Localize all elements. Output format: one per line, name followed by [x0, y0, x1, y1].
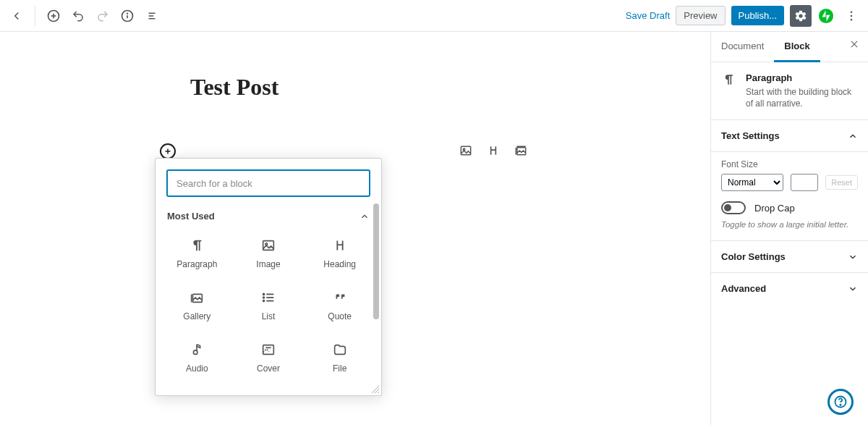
inserter-section-most-used[interactable]: Most Used	[156, 205, 381, 224]
block-info-title: Paragraph	[746, 72, 858, 83]
sidebar-tabs: Document Block	[711, 32, 868, 62]
close-sidebar-button[interactable]	[841, 32, 868, 62]
tab-document[interactable]: Document	[711, 32, 774, 62]
file-icon	[332, 342, 348, 358]
jetpack-icon[interactable]	[817, 7, 835, 25]
font-size-label: Font Size	[721, 159, 858, 169]
block-label: Audio	[186, 363, 208, 374]
quick-gallery-icon[interactable]	[514, 143, 528, 158]
toolbar-right: Save Draft Preview Publish...	[626, 5, 862, 27]
block-label: Image	[256, 259, 280, 269]
panel-title: Text Settings	[721, 130, 780, 141]
add-block-button[interactable]	[43, 5, 64, 27]
block-heading[interactable]: Heading	[304, 227, 375, 279]
svg-point-21	[263, 294, 265, 295]
list-icon	[260, 290, 276, 306]
svg-point-9	[819, 8, 833, 22]
pilcrow-icon	[189, 237, 205, 253]
gallery-icon	[189, 290, 205, 306]
divider	[35, 6, 35, 26]
font-size-number-input[interactable]	[791, 174, 818, 191]
svg-point-23	[263, 300, 265, 302]
settings-toggle-button[interactable]	[790, 5, 812, 27]
editor-canvas: Test Post Most Used Paragraph Image	[0, 32, 710, 425]
heading-icon	[332, 237, 348, 253]
block-gallery[interactable]: Gallery	[161, 279, 233, 332]
inserter-toggle[interactable]	[160, 143, 176, 159]
panel-color-settings[interactable]: Color Settings	[711, 241, 868, 273]
font-size-select[interactable]: Normal	[721, 174, 783, 191]
block-label: List	[262, 311, 276, 321]
block-audio[interactable]: Audio	[161, 332, 233, 384]
block-inserter-popover: Most Used Paragraph Image Heading Galler…	[155, 158, 382, 396]
svg-point-5	[127, 13, 128, 14]
image-icon	[260, 237, 276, 253]
panel-title: Color Settings	[721, 251, 786, 262]
block-image[interactable]: Image	[233, 227, 305, 279]
help-fab[interactable]	[827, 389, 854, 415]
top-toolbar: Save Draft Preview Publish...	[0, 0, 868, 32]
back-button[interactable]	[6, 5, 27, 27]
block-label: Heading	[323, 259, 356, 269]
publish-button[interactable]: Publish...	[731, 6, 784, 25]
block-label: Quote	[328, 311, 352, 321]
post-title[interactable]: Test Post	[190, 74, 278, 101]
cover-icon	[260, 342, 276, 358]
block-info-desc: Start with the building block of all nar…	[746, 86, 858, 109]
svg-point-33	[840, 405, 841, 405]
panel-title: Advanced	[721, 283, 766, 294]
block-list[interactable]: List	[233, 279, 305, 332]
block-cover[interactable]: Cover	[233, 332, 305, 384]
tab-block[interactable]: Block	[774, 32, 820, 62]
pilcrow-icon	[721, 72, 737, 109]
block-label: Paragraph	[176, 259, 217, 269]
section-title: Most Used	[167, 211, 215, 222]
redo-button[interactable]	[92, 5, 114, 27]
drop-cap-label: Drop Cap	[754, 203, 795, 214]
audio-icon	[189, 342, 205, 358]
drop-cap-helper: Toggle to show a large initial letter.	[721, 220, 858, 229]
block-file[interactable]: File	[304, 332, 375, 384]
more-menu-button[interactable]	[841, 5, 862, 27]
panel-advanced[interactable]: Advanced	[711, 273, 868, 304]
panel-text-settings[interactable]: Text Settings	[711, 120, 868, 152]
panel-text-settings-body: Font Size Normal Reset Drop Cap Toggle t…	[711, 152, 868, 241]
quick-image-icon[interactable]	[459, 143, 473, 158]
block-quick-inserter	[459, 143, 528, 158]
save-draft-link[interactable]: Save Draft	[626, 10, 670, 21]
svg-point-12	[851, 18, 853, 20]
chevron-up-icon	[359, 211, 370, 222]
svg-point-22	[263, 297, 265, 298]
block-label: Cover	[257, 363, 280, 374]
resize-handle-icon[interactable]	[372, 386, 379, 393]
chevron-up-icon	[848, 131, 858, 141]
preview-button[interactable]: Preview	[676, 6, 725, 25]
inserter-grid: Paragraph Image Heading Gallery List Quo…	[156, 224, 381, 395]
quick-heading-icon[interactable]	[486, 143, 501, 158]
svg-point-10	[851, 11, 853, 13]
svg-point-27	[194, 350, 198, 355]
block-label: File	[333, 363, 346, 374]
inserter-scrollbar[interactable]	[373, 203, 380, 391]
block-search-input[interactable]	[167, 170, 370, 196]
settings-sidebar: Document Block Paragraph Start with the …	[710, 32, 868, 425]
svg-rect-28	[263, 345, 274, 355]
font-size-reset-button[interactable]: Reset	[825, 175, 858, 190]
block-quote[interactable]: Quote	[304, 279, 375, 332]
chevron-down-icon	[848, 252, 858, 262]
block-paragraph[interactable]: Paragraph	[161, 227, 233, 279]
toolbar-left	[6, 5, 163, 27]
svg-rect-15	[461, 146, 470, 155]
quote-icon	[332, 290, 348, 306]
info-button[interactable]	[116, 5, 138, 27]
block-label: Gallery	[183, 311, 210, 321]
drop-cap-toggle[interactable]	[721, 201, 746, 214]
block-info-panel: Paragraph Start with the building block …	[711, 62, 868, 120]
chevron-down-icon	[848, 284, 858, 294]
undo-button[interactable]	[67, 5, 89, 27]
outline-button[interactable]	[141, 5, 163, 27]
svg-rect-18	[263, 241, 274, 251]
svg-point-11	[851, 14, 853, 17]
